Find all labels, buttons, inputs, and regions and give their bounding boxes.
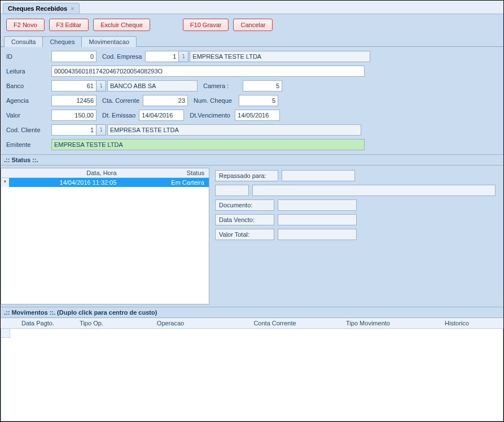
status-side-panel: Repassado para: Documento: Data Vencto: … <box>215 168 500 304</box>
col-tipo-op: Tipo Op. <box>66 318 117 328</box>
row-data-hora: 14/04/2016 11:32:05 <box>9 178 121 187</box>
label-agencia: Agencia <box>6 97 51 104</box>
col-data-hora: Data, Hora <box>9 168 121 177</box>
col-conta-corrente: Conta Corrente <box>224 318 326 328</box>
lookup-empresa-icon[interactable]: ⤵ <box>178 51 189 62</box>
movimentos-grid-header: Data Pagto. Tipo Op. Operacao Conta Corr… <box>1 318 503 329</box>
tab-cheques[interactable]: Cheques <box>42 36 82 47</box>
label-cod-empresa: Cod. Empresa <box>97 53 145 60</box>
empresa-nome-field <box>190 51 370 62</box>
col-tipo-movimento: Tipo Movimento <box>326 318 410 328</box>
label-banco: Banco <box>6 82 51 89</box>
repassado-aux-field <box>215 185 249 196</box>
id-field[interactable] <box>51 51 97 62</box>
cod-cliente-field[interactable] <box>51 124 97 136</box>
label-cta-corrente: Cta. Corrente <box>97 97 143 104</box>
leitura-field[interactable] <box>51 66 365 77</box>
tab-consulta[interactable]: Consulta <box>4 36 43 47</box>
label-num-cheque: Num. Cheque <box>188 97 239 104</box>
row-marker-empty <box>1 329 10 338</box>
valor-total-field <box>278 229 357 240</box>
lookup-cliente-icon[interactable]: ⤵ <box>96 124 106 136</box>
banco-field[interactable] <box>51 80 97 92</box>
col-operacao: Operacao <box>117 318 224 328</box>
label-cod-cliente: Cod. Cliente <box>6 127 51 133</box>
movimentos-area: Data Pagto. Tipo Op. Operacao Conta Corr… <box>1 318 503 421</box>
label-id: ID <box>6 53 51 60</box>
status-row[interactable]: * 14/04/2016 11:32:05 Em Carteira <box>1 178 209 187</box>
label-dt-emissao: Dt. Emissao <box>97 112 139 119</box>
tabs-row: Consulta Cheques Movimentacao <box>1 36 503 47</box>
cta-corrente-field[interactable] <box>143 95 188 106</box>
label-emitente: Emitente <box>6 141 51 148</box>
novo-button[interactable]: F2 Novo <box>6 19 45 31</box>
excluir-button[interactable]: Excluir Cheque <box>93 19 150 31</box>
app-frame: Cheques Recebidos × F2 Novo F3 Editar Ex… <box>1 1 503 421</box>
num-cheque-field[interactable] <box>239 95 278 106</box>
data-vencto-field <box>278 214 357 225</box>
close-icon[interactable]: × <box>71 5 74 12</box>
label-camera: Camera : <box>198 82 243 89</box>
tab-movimentacao[interactable]: Movimentacao <box>81 36 137 47</box>
col-historico: Historico <box>410 318 503 328</box>
cliente-nome-field <box>107 124 361 136</box>
label-dt-vencimento: Dt.Vencimento <box>184 112 235 119</box>
label-data-vencto: Data Vencto: <box>215 214 274 225</box>
cancelar-button[interactable]: Cancelar <box>233 19 273 31</box>
status-grid-header: Data, Hora Status <box>1 168 209 178</box>
col-data-pagto: Data Pagto. <box>10 318 66 328</box>
repassado-code-field <box>282 170 355 181</box>
dt-emissao-field[interactable] <box>139 110 184 121</box>
label-leitura: Leitura <box>6 68 51 75</box>
label-valor-total: Valor Total: <box>215 229 274 240</box>
toolbar: F2 Novo F3 Editar Excluir Cheque F10 Gra… <box>1 14 503 36</box>
cod-empresa-field[interactable] <box>145 51 179 62</box>
row-status: Em Carteira <box>121 178 209 187</box>
movimentos-header: .:: Movimentos ::. (Duplo click para cen… <box>1 307 503 318</box>
label-documento: Documento: <box>215 199 274 211</box>
label-valor: Valor <box>6 112 51 119</box>
title-tab-row: Cheques Recebidos × <box>1 1 503 14</box>
window-title: Cheques Recebidos <box>8 5 67 12</box>
emitente-field[interactable] <box>51 139 365 150</box>
valor-field[interactable] <box>51 110 97 121</box>
banco-nome-field <box>107 80 198 92</box>
status-grid[interactable]: Data, Hora Status * 14/04/2016 11:32:05 … <box>1 168 209 304</box>
label-repassado-para: Repassado para: <box>215 170 278 181</box>
repassado-nome-field <box>252 185 496 196</box>
lookup-banco-icon[interactable]: ⤵ <box>96 80 106 92</box>
col-status: Status <box>121 168 209 177</box>
status-body: Data, Hora Status * 14/04/2016 11:32:05 … <box>1 166 503 307</box>
agencia-field[interactable] <box>51 95 97 106</box>
dt-vencimento-field[interactable] <box>235 110 280 121</box>
gravar-button[interactable]: F10 Gravar <box>183 19 229 31</box>
window-tab[interactable]: Cheques Recebidos × <box>3 3 80 14</box>
status-header: .:: Status ::. <box>1 154 503 166</box>
documento-field <box>278 199 357 211</box>
movimentos-grid-body[interactable] <box>1 329 503 421</box>
editar-button[interactable]: F3 Editar <box>49 19 89 31</box>
row-marker: * <box>1 178 9 187</box>
camera-field[interactable] <box>243 80 282 92</box>
form-area: ID Cod. Empresa ⤵ Leitura Banco ⤵ Camera… <box>1 47 503 154</box>
